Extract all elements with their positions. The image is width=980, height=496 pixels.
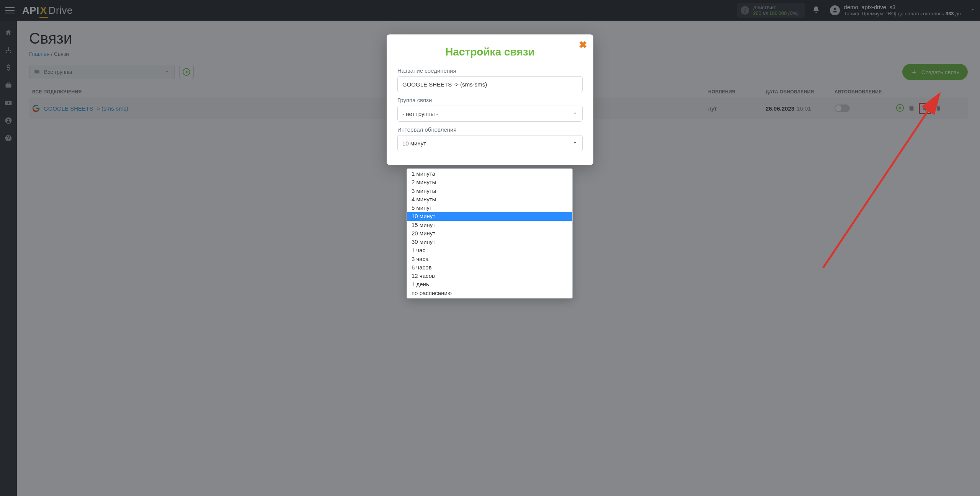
- label-connection-name: Название соединения: [397, 67, 583, 74]
- interval-option[interactable]: 5 минут: [407, 204, 572, 212]
- interval-option[interactable]: 10 минут: [407, 212, 572, 220]
- group-selected: - нет группы -: [402, 111, 438, 117]
- modal-title: Настройка связи: [397, 46, 583, 58]
- connection-name-input[interactable]: [397, 76, 583, 92]
- interval-option[interactable]: 3 минуты: [407, 187, 572, 195]
- settings-modal: ✖ Настройка связи Название соединения Гр…: [387, 34, 593, 165]
- modal-overlay[interactable]: ✖ Настройка связи Название соединения Гр…: [0, 0, 980, 496]
- close-icon[interactable]: ✖: [579, 39, 587, 51]
- chevron-down-icon: [572, 111, 578, 117]
- interval-option[interactable]: 6 часов: [407, 263, 572, 272]
- interval-dropdown[interactable]: 1 минута2 минуты3 минуты4 минуты5 минут1…: [407, 168, 573, 299]
- interval-option[interactable]: по расписанию: [407, 289, 572, 297]
- interval-option[interactable]: 12 часов: [407, 272, 572, 280]
- interval-option[interactable]: 3 часа: [407, 255, 572, 263]
- chevron-down-icon: [572, 140, 578, 147]
- interval-option[interactable]: 20 минут: [407, 229, 572, 238]
- interval-selected: 10 минут: [402, 140, 426, 147]
- interval-option[interactable]: 1 час: [407, 246, 572, 255]
- interval-option[interactable]: 15 минут: [407, 221, 572, 229]
- label-interval: Интервал обновления: [397, 126, 583, 133]
- interval-option[interactable]: 1 день: [407, 280, 572, 289]
- interval-option[interactable]: 1 минута: [407, 170, 572, 178]
- label-group: Группа связи: [397, 97, 583, 103]
- group-select-modal[interactable]: - нет группы -: [397, 106, 583, 122]
- interval-select[interactable]: 10 минут: [397, 135, 583, 151]
- interval-option[interactable]: 30 минут: [407, 238, 572, 246]
- interval-option[interactable]: 4 минуты: [407, 195, 572, 204]
- interval-option[interactable]: 2 минуты: [407, 178, 572, 186]
